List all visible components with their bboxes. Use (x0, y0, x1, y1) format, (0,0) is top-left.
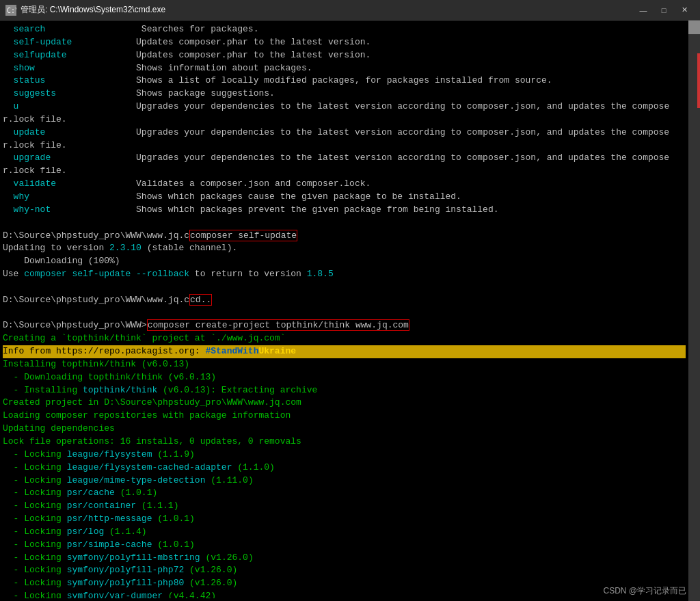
line-why-not: why-not Shows which packages prevent the… (3, 204, 686, 217)
svg-text:C:\: C:\ (7, 7, 16, 14)
terminal: search Searches for packages. self-updat… (0, 21, 700, 601)
ukraine-banner: Info from https://repo.packagist.org: #S… (3, 345, 686, 358)
window-controls: — □ ✕ (633, 3, 695, 17)
line-blank3 (3, 307, 686, 320)
line-lock-psr-cache: - Locking psr/cache (1.0.1) (3, 487, 686, 500)
line-updating-deps: Updating dependencies (3, 423, 686, 436)
scrollbar-thumb[interactable] (688, 21, 700, 34)
line-updating: Updating to version 2.3.10 (stable chann… (3, 242, 686, 255)
line-downloading: Downloading (100%) (3, 255, 686, 268)
line-lock-psr-http: - Locking psr/http-message (1.0.1) (3, 513, 686, 526)
titlebar: C:\ 管理员: C:\Windows\System32\cmd.exe — □… (0, 0, 700, 21)
cmd-search: search (14, 24, 46, 34)
line-validate: validate Validates a composer.json and c… (3, 178, 686, 191)
line-update: update Upgrades your dependencies to the… (3, 126, 686, 139)
line-selfupdate: selfupdate Updates composer.phar to the … (3, 49, 686, 62)
scroll-accent (697, 53, 700, 108)
line-u-cont: r.lock file. (3, 113, 686, 126)
line-downloading-think: - Downloading topthink/think (v6.0.13) (3, 371, 686, 384)
line-lock-flysystem: - Locking league/flysystem (1.1.9) (3, 449, 686, 462)
watermark: CSDN @学习记录而已 (603, 585, 686, 597)
terminal-content: search Searches for packages. self-updat… (3, 23, 686, 598)
line-created: Created project in D:\Source\phpstudy_pr… (3, 397, 686, 410)
line-why: why Shows which packages cause the given… (3, 191, 686, 204)
line-blank2 (3, 281, 686, 294)
line-update-cont: r.lock file. (3, 139, 686, 152)
line-lock-php72: - Locking symfony/polyfill-php72 (v1.26.… (3, 564, 686, 577)
line-lock-mbstring: - Locking symfony/polyfill-mbstring (v1.… (3, 552, 686, 565)
line-loading-repos: Loading composer repositories with packa… (3, 410, 686, 423)
line-lock-mime: - Locking league/mime-type-detection (1.… (3, 475, 686, 488)
line-self-update: self-update Updates composer.phar to the… (3, 36, 686, 49)
window-title: 管理员: C:\Windows\System32\cmd.exe (21, 4, 165, 16)
line-lock-psr-log: - Locking psr/log (1.1.4) (3, 526, 686, 539)
titlebar-left: C:\ 管理员: C:\Windows\System32\cmd.exe (5, 4, 165, 16)
line-search: search Searches for packages. (3, 23, 686, 36)
line-upgrade: upgrade Upgrades your dependencies to th… (3, 152, 686, 165)
line-u: u Upgrades your dependencies to the late… (3, 101, 686, 113)
line-installing-extract: - Installing topthink/think (v6.0.13): E… (3, 384, 686, 397)
line-creating: Creating a `topthink/think` project at `… (3, 332, 686, 345)
line-lock-php80: - Locking symfony/polyfill-php80 (v1.26.… (3, 577, 686, 590)
line-installing-think: Installing topthink/think (v6.0.13) (3, 358, 686, 371)
line-cmd-cd: D:\Source\phpstudy_pro\WWW\www.jq.ccd.. (3, 294, 686, 307)
line-lock-flysystem-cached: - Locking league/flysystem-cached-adapte… (3, 462, 686, 475)
cmd-icon: C:\ (5, 5, 16, 16)
line-lock-psr-container: - Locking psr/container (1.1.1) (3, 500, 686, 513)
line-suggests: suggests Shows package suggestions. (3, 88, 686, 101)
line-blank1 (3, 217, 686, 230)
close-button[interactable]: ✕ (674, 3, 695, 17)
maximize-button[interactable]: □ (654, 3, 674, 17)
line-lock-var-dumper: - Locking symfony/var-dumper (v4.4.42) (3, 590, 686, 598)
line-lock-psr-simple: - Locking psr/simple-cache (1.0.1) (3, 539, 686, 552)
line-status: status Shows a list of locally modified … (3, 75, 686, 88)
line-upgrade-cont: r.lock file. (3, 165, 686, 178)
line-lock-ops: Lock file operations: 16 installs, 0 upd… (3, 436, 686, 449)
line-cmd-create: D:\Source\phpstudy_pro\WWW>composer crea… (3, 319, 686, 332)
line-cmd-selfupdate: D:\Source\phpstudy_pro\WWW\www.jq.ccompo… (3, 230, 686, 243)
line-show: show Shows information about packages. (3, 62, 686, 75)
line-rollback: Use composer self-update --rollback to r… (3, 268, 686, 281)
minimize-button[interactable]: — (633, 3, 654, 17)
